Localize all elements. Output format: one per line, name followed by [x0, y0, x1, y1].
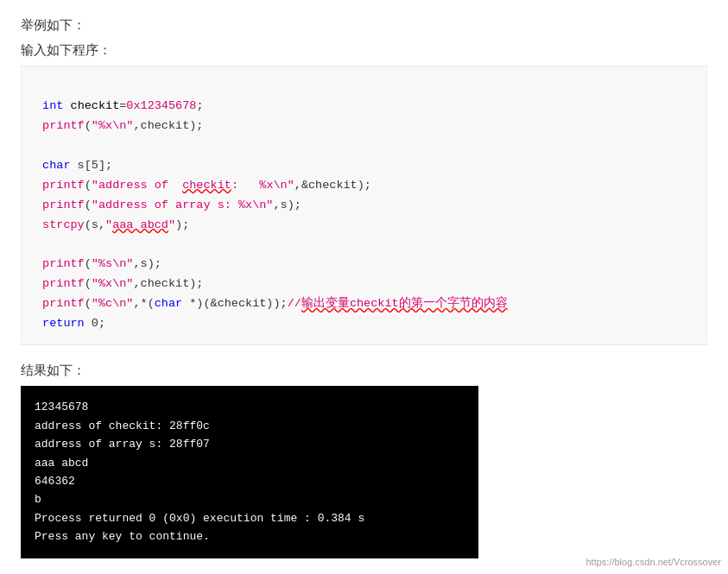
code-line-4: printf("address of checkit: %x\n",&check…	[35, 176, 693, 196]
code-line-2: printf("%x\n",checkit);	[35, 117, 693, 136]
code-line-8: printf("%x\n",checkit);	[35, 274, 693, 294]
attribution: https://blog.csdn.net/Vcrossover	[586, 557, 721, 567]
terminal-line-2: address of checkit: 28ff0c	[35, 417, 465, 435]
code-line-7: printf("%s\n",s);	[35, 255, 693, 274]
code-line-9: printf("%c\n",*(char *)(&checkit));//输出变…	[35, 294, 693, 314]
result-label: 结果如下：	[21, 363, 707, 379]
code-line-5: printf("address of array s: %x\n",s);	[35, 196, 693, 216]
code-line-10: return 0;	[35, 314, 693, 334]
terminal-line-4: aaa abcd	[35, 454, 465, 472]
terminal-line-process: Process returned 0 (0x0) execution time …	[35, 509, 465, 527]
code-block: int checkit=0x12345678; printf("%x\n",ch…	[21, 66, 707, 345]
terminal-line-6: b	[35, 490, 465, 508]
input-label: 输入如下程序：	[21, 42, 707, 59]
terminal-line-continue: Press any key to continue.	[35, 527, 465, 546]
code-line-blank1	[35, 77, 693, 97]
code-line-1: int checkit=0x12345678;	[35, 97, 693, 117]
code-line-blank2	[35, 136, 693, 156]
example-label: 举例如下：	[21, 17, 707, 34]
code-line-3: char s[5];	[35, 156, 693, 176]
code-line-6: strcpy(s,"aaa abcd");	[35, 216, 693, 236]
terminal-line-5: 646362	[35, 472, 465, 490]
code-line-blank3	[35, 236, 693, 255]
terminal-line-1: 12345678	[35, 398, 465, 416]
terminal-line-3: address of array s: 28ff07	[35, 435, 465, 453]
terminal: 12345678 address of checkit: 28ff0c addr…	[21, 386, 478, 558]
